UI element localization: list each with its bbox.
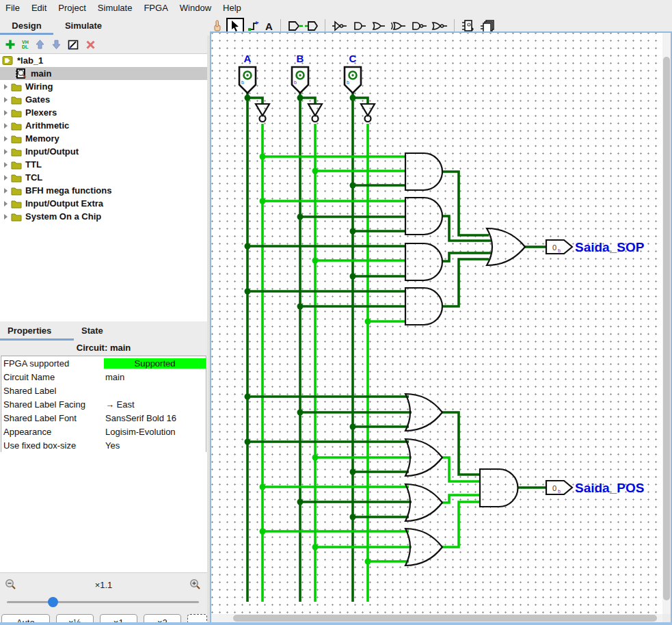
pin-radix: b bbox=[241, 80, 244, 85]
menu-help[interactable]: Help bbox=[223, 3, 241, 13]
tree-item-main[interactable]: main bbox=[0, 67, 207, 80]
horizontal-scrollbar[interactable] bbox=[211, 614, 662, 622]
attr-row-box-size[interactable]: Use fixed box-size Yes bbox=[1, 438, 206, 452]
tree-item-gates[interactable]: Gates bbox=[0, 93, 207, 106]
zoom-slider-thumb[interactable] bbox=[48, 597, 58, 607]
project-tree: *lab_1 main Wiring Gates Plexers bbox=[0, 54, 207, 316]
move-down-icon[interactable] bbox=[51, 39, 62, 50]
expand-icon[interactable] bbox=[4, 149, 8, 155]
menu-project[interactable]: Project bbox=[58, 3, 85, 13]
zoom-in-icon[interactable] bbox=[189, 579, 201, 590]
tab-simulate[interactable]: Simulate bbox=[55, 17, 112, 34]
or-gate-4[interactable] bbox=[405, 529, 442, 566]
edit-icon[interactable] bbox=[68, 39, 79, 51]
expand-icon[interactable] bbox=[4, 110, 8, 116]
menu-fpga[interactable]: FPGA bbox=[144, 3, 167, 13]
or-gate-2[interactable] bbox=[405, 439, 442, 476]
tree-item-tcl[interactable]: TCL bbox=[0, 171, 207, 184]
input-pin-c[interactable]: b bbox=[345, 67, 361, 93]
output-label-pos: Saida_POS bbox=[575, 481, 644, 495]
tree-item-wiring[interactable]: Wiring bbox=[0, 80, 207, 93]
and-gate-1[interactable] bbox=[405, 153, 442, 190]
toolbar-separator bbox=[280, 19, 281, 33]
vertical-scrollbar[interactable] bbox=[662, 33, 671, 614]
attr-row-circuit-name[interactable]: Circuit Name main bbox=[1, 370, 206, 384]
tree-item-label: Wiring bbox=[25, 81, 53, 92]
attr-row-shared-label[interactable]: Shared Label bbox=[1, 384, 206, 397]
menu-window[interactable]: Window bbox=[180, 3, 211, 13]
wire-or-inputs[interactable] bbox=[247, 397, 412, 561]
output-pin-pos[interactable]: 0 b bbox=[546, 481, 572, 494]
wire-pos-connectors[interactable] bbox=[442, 412, 546, 547]
folder-icon bbox=[11, 212, 22, 222]
add-vhdl-icon[interactable]: VHDL bbox=[22, 40, 29, 49]
expand-icon[interactable] bbox=[4, 123, 8, 129]
tree-item-memory[interactable]: Memory bbox=[0, 132, 207, 145]
attr-row-fpga[interactable]: FPGA supported Supported bbox=[1, 356, 206, 370]
expand-icon[interactable] bbox=[4, 84, 8, 90]
and-gate-4[interactable] bbox=[405, 288, 442, 325]
menu-simulate[interactable]: Simulate bbox=[98, 3, 133, 13]
input-pin-b[interactable]: b bbox=[292, 67, 308, 93]
tree-item-soc[interactable]: System On a Chip bbox=[0, 210, 207, 223]
menu-edit[interactable]: Edit bbox=[31, 3, 46, 13]
expand-icon[interactable] bbox=[4, 188, 8, 194]
attr-value: Logisim-Evolution bbox=[104, 427, 206, 437]
attr-row-appearance[interactable]: Appearance Logisim-Evolution bbox=[1, 425, 206, 438]
output-pin-sop[interactable]: 0 b bbox=[546, 240, 572, 254]
attr-value: SansSerif Bold 16 bbox=[104, 413, 206, 423]
pin-radix: b bbox=[294, 80, 297, 85]
tree-item-bfh[interactable]: BFH mega functions bbox=[0, 184, 207, 197]
and-gate-3[interactable] bbox=[405, 243, 442, 280]
input-label-a: A bbox=[244, 53, 252, 64]
expand-icon[interactable] bbox=[4, 214, 8, 220]
tree-item-label: Arithmetic bbox=[25, 120, 69, 131]
zoom-controls: ×1.1 Auto ×½ ×1 ×2 bbox=[0, 572, 207, 625]
input-label-c: C bbox=[349, 53, 357, 64]
pin-value: 0 bbox=[552, 243, 556, 252]
not-gate-c[interactable] bbox=[361, 104, 375, 122]
input-pin-a[interactable]: b bbox=[239, 67, 256, 93]
tree-item-plexers[interactable]: Plexers bbox=[0, 106, 207, 119]
folder-icon bbox=[11, 134, 22, 144]
expand-icon[interactable] bbox=[4, 175, 8, 181]
attr-row-label-facing[interactable]: Shared Label Facing → East bbox=[1, 397, 206, 411]
menu-file[interactable]: File bbox=[5, 3, 20, 13]
tree-item-input-output[interactable]: Input/Output bbox=[0, 145, 207, 158]
horizontal-scrollbar-thumb[interactable] bbox=[233, 615, 657, 622]
tab-state[interactable]: State bbox=[81, 323, 103, 338]
wire-and-inputs[interactable] bbox=[247, 157, 405, 321]
attr-row-label-font[interactable]: Shared Label Font SansSerif Bold 16 bbox=[1, 411, 206, 425]
expand-icon[interactable] bbox=[4, 201, 8, 207]
expand-icon[interactable] bbox=[4, 136, 8, 142]
not-gate-a[interactable] bbox=[256, 104, 269, 122]
or-gate-3[interactable] bbox=[405, 484, 442, 521]
and-gate-pos[interactable] bbox=[480, 469, 518, 507]
and-gate-2[interactable] bbox=[405, 198, 442, 235]
tree-item-project[interactable]: *lab_1 bbox=[0, 54, 207, 67]
not-gate-b[interactable] bbox=[308, 104, 322, 122]
or-gate-1[interactable] bbox=[405, 394, 442, 431]
tab-properties[interactable]: Properties bbox=[8, 323, 51, 338]
attr-label: Shared Label Facing bbox=[1, 399, 104, 410]
tree-item-arithmetic[interactable]: Arithmetic bbox=[0, 119, 207, 132]
expand-icon[interactable] bbox=[4, 97, 8, 103]
wire-input-verticals[interactable] bbox=[247, 92, 368, 602]
tree-item-label: Input/Output bbox=[25, 146, 79, 157]
pin-radix: b bbox=[558, 248, 561, 253]
circuit-canvas[interactable]: b b b A B C bbox=[210, 31, 672, 624]
tree-item-ttl[interactable]: TTL bbox=[0, 158, 207, 171]
folder-icon bbox=[11, 95, 22, 105]
add-circuit-icon[interactable] bbox=[5, 39, 16, 50]
wire-sop-connectors[interactable] bbox=[442, 172, 546, 306]
vertical-scrollbar-thumb[interactable] bbox=[663, 57, 670, 600]
tree-item-label: main bbox=[31, 68, 51, 79]
folder-icon bbox=[11, 82, 22, 92]
zoom-slider-track[interactable] bbox=[7, 601, 199, 603]
expand-icon[interactable] bbox=[4, 162, 8, 168]
move-up-icon[interactable] bbox=[35, 39, 45, 50]
delete-icon[interactable] bbox=[85, 40, 96, 50]
tab-design[interactable]: Design bbox=[0, 17, 53, 34]
tree-item-io-extra[interactable]: Input/Output Extra bbox=[0, 197, 207, 210]
or-gate-sop[interactable] bbox=[487, 228, 525, 265]
